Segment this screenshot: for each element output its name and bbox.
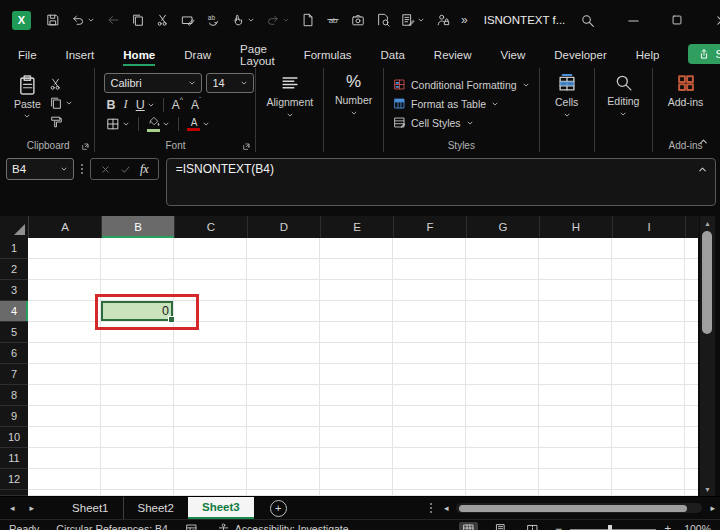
cell-C8[interactable] xyxy=(174,385,247,406)
cell-B5[interactable] xyxy=(101,322,174,343)
column-header-I[interactable]: I xyxy=(613,216,686,238)
cell-I6[interactable] xyxy=(612,343,685,364)
cell-A10[interactable] xyxy=(28,427,101,448)
cell-partial[interactable] xyxy=(685,343,698,364)
cell-A12[interactable] xyxy=(28,469,101,490)
horizontal-scrollbar[interactable] xyxy=(456,503,702,513)
cell-A9[interactable] xyxy=(28,406,101,427)
cell-partial[interactable] xyxy=(685,259,698,280)
redo-icon[interactable] xyxy=(266,13,290,27)
row-header-3[interactable]: 3 xyxy=(0,280,28,301)
cell-G6[interactable] xyxy=(466,343,539,364)
cell-A5[interactable] xyxy=(28,322,101,343)
cell-I2[interactable] xyxy=(612,259,685,280)
cell-A6[interactable] xyxy=(28,343,101,364)
cell-E5[interactable] xyxy=(320,322,393,343)
cell-H8[interactable] xyxy=(539,385,612,406)
tab-data[interactable]: Data xyxy=(381,43,405,66)
tab-formulas[interactable]: Formulas xyxy=(304,43,352,66)
cell-I10[interactable] xyxy=(612,427,685,448)
cell-G7[interactable] xyxy=(466,364,539,385)
row-header-4[interactable]: 4 xyxy=(0,301,28,322)
cell-partial[interactable] xyxy=(685,280,698,301)
hscroll-left-icon[interactable]: ◂ xyxy=(444,503,449,513)
fill-handle[interactable] xyxy=(168,316,175,323)
bold-button[interactable]: B xyxy=(106,98,115,112)
cell-H9[interactable] xyxy=(539,406,612,427)
cell-H10[interactable] xyxy=(539,427,612,448)
cell-F12[interactable] xyxy=(393,469,466,490)
cell-F3[interactable] xyxy=(393,280,466,301)
accessibility-status[interactable]: Accessibility: Investigate xyxy=(217,523,349,530)
cell-F6[interactable] xyxy=(393,343,466,364)
cell-G11[interactable] xyxy=(466,448,539,469)
cell-E8[interactable] xyxy=(320,385,393,406)
cell-E10[interactable] xyxy=(320,427,393,448)
cell-H1[interactable] xyxy=(539,238,612,259)
row-header-13[interactable] xyxy=(0,490,28,496)
cell-G12[interactable] xyxy=(466,469,539,490)
cell-C12[interactable] xyxy=(174,469,247,490)
cell-C13[interactable] xyxy=(174,490,247,496)
minimize-button[interactable] xyxy=(611,13,655,28)
conditional-formatting-button[interactable]: Conditional Formatting xyxy=(393,78,530,91)
column-header-H[interactable]: H xyxy=(540,216,613,238)
tab-draw[interactable]: Draw xyxy=(184,43,211,66)
cell-C11[interactable] xyxy=(174,448,247,469)
vertical-scroll-thumb[interactable] xyxy=(702,231,712,334)
page-layout-view-button[interactable] xyxy=(491,522,510,530)
cell-partial[interactable] xyxy=(685,490,698,496)
cell-E3[interactable] xyxy=(320,280,393,301)
cell-H4[interactable] xyxy=(539,301,612,322)
cell-I8[interactable] xyxy=(612,385,685,406)
cell-B11[interactable] xyxy=(101,448,174,469)
tab-home[interactable]: Home xyxy=(123,43,155,66)
sheet-nav-right-icon[interactable]: ▸ xyxy=(30,503,35,513)
cell-B4[interactable]: 0 xyxy=(101,301,174,322)
hscroll-right-icon[interactable]: ▸ xyxy=(710,503,715,513)
paste-button[interactable]: Paste xyxy=(11,73,44,136)
cell-D11[interactable] xyxy=(247,448,320,469)
cut-button[interactable] xyxy=(49,77,73,91)
row-header-7[interactable]: 7 xyxy=(0,364,28,385)
sheet-tab-sheet1[interactable]: Sheet1 xyxy=(58,497,122,519)
cell-D3[interactable] xyxy=(247,280,320,301)
cell-partial[interactable] xyxy=(685,301,698,322)
cell-F10[interactable] xyxy=(393,427,466,448)
cell-H5[interactable] xyxy=(539,322,612,343)
cell-G10[interactable] xyxy=(466,427,539,448)
cell-F9[interactable] xyxy=(393,406,466,427)
cell-partial[interactable] xyxy=(685,469,698,490)
cell-D9[interactable] xyxy=(247,406,320,427)
cell-E13[interactable] xyxy=(320,490,393,496)
cell-A7[interactable] xyxy=(28,364,101,385)
zoom-level[interactable]: 100% xyxy=(684,523,711,530)
name-box[interactable]: B4 xyxy=(6,158,74,180)
borders-button[interactable] xyxy=(106,117,130,131)
row-header-10[interactable]: 10 xyxy=(0,427,28,448)
new-document-icon[interactable] xyxy=(301,13,315,27)
increase-font-button[interactable]: A^ xyxy=(172,98,183,112)
tab-insert[interactable]: Insert xyxy=(66,43,95,66)
cell-C4[interactable] xyxy=(174,301,247,322)
new-sheet-button[interactable]: + xyxy=(270,500,287,517)
cell-F11[interactable] xyxy=(393,448,466,469)
overflow-icon[interactable]: » xyxy=(461,13,468,27)
tab-review[interactable]: Review xyxy=(434,43,472,66)
cell-D10[interactable] xyxy=(247,427,320,448)
vertical-scrollbar[interactable]: ▲ ▼ xyxy=(700,216,715,496)
cell-C3[interactable] xyxy=(174,280,247,301)
row-header-11[interactable]: 11 xyxy=(0,448,28,469)
column-header-G[interactable]: G xyxy=(467,216,540,238)
cell-G4[interactable] xyxy=(466,301,539,322)
cell-G1[interactable] xyxy=(466,238,539,259)
cancel-icon[interactable] xyxy=(100,164,111,175)
cell-D4[interactable] xyxy=(247,301,320,322)
font-size-select[interactable]: 14 xyxy=(206,73,254,93)
cell-G13[interactable] xyxy=(466,490,539,496)
cell-E2[interactable] xyxy=(320,259,393,280)
collapse-ribbon-icon[interactable] xyxy=(698,136,709,147)
cell-F7[interactable] xyxy=(393,364,466,385)
find-replace-icon[interactable]: ab xyxy=(206,13,220,27)
cell-A1[interactable] xyxy=(28,238,101,259)
